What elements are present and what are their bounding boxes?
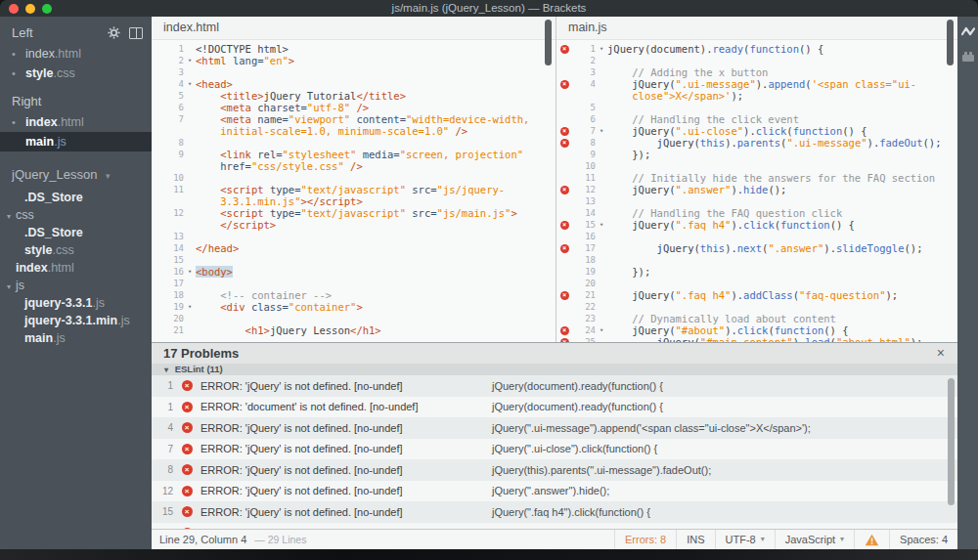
tree-item-style.css[interactable]: style.css <box>0 241 152 259</box>
minimize-window-button[interactable] <box>25 4 35 14</box>
code-line[interactable]: 14 // Handling the FAQ question click <box>556 207 957 219</box>
code-line[interactable]: 5 <box>556 102 957 113</box>
problems-scrollbar[interactable] <box>948 378 955 505</box>
code-line[interactable]: 8 <box>152 137 556 149</box>
tree-item-.DS_Store[interactable]: .DS_Store <box>0 224 152 241</box>
code-line[interactable]: ×17 jQuery(this).next(".answer").slideTo… <box>556 242 957 254</box>
problem-row[interactable]: 1×ERROR: 'document' is not defined. [no-… <box>152 397 957 418</box>
code-line[interactable]: 9 <link rel="stylesheet" media="screen, … <box>152 149 556 160</box>
status-encoding-dropdown[interactable]: UTF-8 ▾ <box>715 530 775 549</box>
code-line[interactable]: 7 <meta name="viewport" content="width=d… <box>152 113 556 125</box>
code-line[interactable]: 16 <box>556 231 957 242</box>
code-line[interactable]: 15 <box>152 254 556 266</box>
status-language-dropdown[interactable]: JavaScript ▾ <box>775 530 854 549</box>
right-pane-code[interactable]: ×1▾jQuery(document).ready(function() {23… <box>556 39 957 342</box>
problems-section-eslint[interactable]: ▾ ESLint (11) <box>152 364 957 375</box>
code-line[interactable]: ×21 jQuery(".faq h4").addClass("faq-ques… <box>556 289 957 301</box>
code-line[interactable]: 1<!DOCTYPE html> <box>152 43 556 55</box>
code-line[interactable]: 3.3.1.min.js"></script> <box>152 195 556 207</box>
code-line[interactable]: ×4 jQuery(".ui-message").append('<span c… <box>556 78 957 90</box>
code-line[interactable]: 23 // Dynamically load about content <box>556 313 957 324</box>
gear-icon[interactable] <box>108 26 120 39</box>
code-line[interactable]: ×12 jQuery(".answer").hide(); <box>556 184 957 195</box>
pane-header-right[interactable]: main.js <box>556 17 957 40</box>
working-file-index.html[interactable]: •index.html <box>0 44 152 64</box>
code-line[interactable]: 19 }); <box>556 266 957 278</box>
code-line[interactable]: 22 <box>556 301 957 313</box>
tree-item-jquery-3.3.1.js[interactable]: jquery-3.3.1.js <box>0 294 152 312</box>
working-file-main.js[interactable]: main.js <box>0 132 152 151</box>
problem-row[interactable]: 7×ERROR: 'jQuery' is not defined. [no-un… <box>152 439 957 460</box>
code-line[interactable]: 6 <meta charset="utf-8" /> <box>152 102 556 113</box>
extension-manager-icon[interactable] <box>961 51 975 63</box>
fold-caret-icon[interactable]: ▾ <box>596 219 607 231</box>
code-line[interactable]: ×1▾jQuery(document).ready(function() { <box>556 43 957 55</box>
folder-caret-icon[interactable]: ▾ <box>7 212 11 221</box>
status-lint-warning[interactable] <box>854 530 889 549</box>
code-line[interactable]: 17 <box>152 278 556 289</box>
fold-caret-icon[interactable]: ▾ <box>596 125 607 137</box>
problem-row[interactable]: 15×ERROR: 'jQuery' is not defined. [no-u… <box>152 501 957 523</box>
code-line[interactable]: 16▾<body> <box>152 266 556 278</box>
code-line[interactable]: close">X</span>'); <box>556 90 957 102</box>
code-line[interactable]: href="css/style.css" /> <box>152 160 556 172</box>
working-file-style.css[interactable]: •style.css <box>0 64 152 83</box>
problem-row[interactable]: 4×ERROR: 'jQuery' is not defined. [no-un… <box>152 417 957 439</box>
split-view-icon[interactable] <box>129 27 143 39</box>
working-file-index.html[interactable]: •index.html <box>0 112 152 132</box>
folder-caret-icon[interactable]: ▾ <box>7 282 11 291</box>
problem-row[interactable]: 12×ERROR: 'jQuery' is not defined. [no-u… <box>152 481 957 502</box>
status-indent-setting[interactable]: Spaces: 4 <box>889 530 957 549</box>
code-line[interactable]: 10 <box>556 160 957 172</box>
live-preview-icon[interactable] <box>961 25 975 37</box>
fold-caret-icon[interactable]: ▾ <box>184 266 196 278</box>
code-line[interactable]: 19▾ <div class="container"> <box>152 301 556 313</box>
code-line[interactable]: 13 <box>152 231 556 242</box>
code-line[interactable]: 3 <box>152 66 556 78</box>
tree-item-.DS_Store[interactable]: .DS_Store <box>0 189 152 206</box>
code-line[interactable]: 20 <box>152 313 556 324</box>
code-line[interactable]: 21 <h1>jQuery Lesson</h1> <box>152 324 556 336</box>
code-line[interactable]: 18 <!-- container --> <box>152 289 556 301</box>
problem-row[interactable]: 8×ERROR: 'jQuery' is not defined. [no-un… <box>152 459 957 481</box>
tree-item-index.html[interactable]: index.html <box>0 259 152 277</box>
fold-caret-icon[interactable]: ▾ <box>596 324 607 336</box>
code-line[interactable]: ×15▾ jQuery(".faq h4").click(function() … <box>556 219 957 231</box>
fold-caret-icon[interactable]: ▾ <box>596 43 607 55</box>
fold-caret-icon[interactable]: ▾ <box>184 78 196 90</box>
close-window-button[interactable] <box>9 4 19 14</box>
code-line[interactable]: ×24▾ jQuery("#about").click(function() { <box>556 324 957 336</box>
problem-row[interactable]: 1×ERROR: 'jQuery' is not defined. [no-un… <box>152 375 957 397</box>
status-errors[interactable]: Errors: 8 <box>614 530 676 549</box>
close-icon[interactable]: × <box>937 343 945 364</box>
code-line[interactable]: 4▾<head> <box>152 78 556 90</box>
code-line[interactable]: 5 <title>jQuery Tutorial</title> <box>152 90 556 102</box>
code-line[interactable]: ×7▾ jQuery(".ui-close").click(function()… <box>556 125 957 137</box>
code-line[interactable]: </script> <box>152 219 556 231</box>
code-line[interactable]: 6 // Handling the click event <box>556 113 957 125</box>
status-insert-mode[interactable]: INS <box>676 530 714 549</box>
left-pane-code[interactable]: 1<!DOCTYPE html>2▾<html lang="en">34▾<he… <box>152 39 556 342</box>
left-pane-scrollbar[interactable] <box>545 20 552 65</box>
code-line[interactable]: 18 <box>556 254 957 266</box>
code-line[interactable]: 20 <box>556 278 957 289</box>
pane-header-left[interactable]: index.html <box>152 17 556 40</box>
tree-item-css[interactable]: ▾css <box>0 206 152 224</box>
code-line[interactable]: 13 <box>556 195 957 207</box>
code-line[interactable]: 11 // Initially hide the answers for the… <box>556 172 957 184</box>
code-line[interactable]: ×8 jQuery(this).parents(".ui-message").f… <box>556 137 957 149</box>
code-line[interactable]: 11 <script type="text/javascript" src="j… <box>152 184 556 195</box>
tree-item-jquery-3.3.1.min.js[interactable]: jquery-3.3.1.min.js <box>0 312 152 329</box>
fold-caret-icon[interactable]: ▾ <box>184 301 196 313</box>
tree-item-js[interactable]: ▾js <box>0 277 152 294</box>
code-line[interactable]: initial-scale=1.0, minimum-scale=1.0" /> <box>152 125 556 137</box>
code-line[interactable]: 10 <box>152 172 556 184</box>
zoom-window-button[interactable] <box>42 4 52 14</box>
code-line[interactable]: 9 }); <box>556 149 957 160</box>
code-line[interactable]: 2▾<html lang="en"> <box>152 55 556 66</box>
code-line[interactable]: 2 <box>556 55 957 66</box>
right-pane-scrollbar[interactable] <box>947 20 954 65</box>
tree-item-main.js[interactable]: main.js <box>0 329 152 347</box>
fold-caret-icon[interactable]: ▾ <box>184 55 196 66</box>
project-dropdown[interactable]: jQuery_Lesson ▾ <box>0 163 152 187</box>
